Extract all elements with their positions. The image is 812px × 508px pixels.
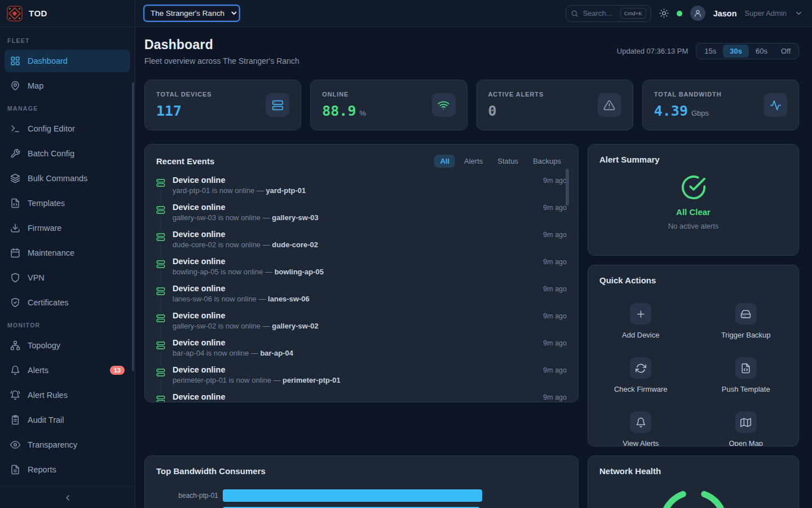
push-template-button[interactable]: Push Template (694, 357, 799, 393)
event-row[interactable]: Device online perimeter-ptp-01 is now on… (156, 365, 567, 392)
app-window: TOD FLEET Dashboard Map MANAGE Config Ed… (0, 0, 812, 508)
sidebar-item-label: Alerts (28, 366, 48, 375)
global-search[interactable]: Cmd+K (566, 5, 651, 22)
event-time: 9m ago (543, 204, 567, 212)
sidebar-item-transparency[interactable]: Transparency (5, 433, 130, 456)
sidebar-item-label: Maintenance (28, 248, 74, 257)
topbar-right: Cmd+K Jason Super Admin (566, 5, 803, 22)
event-title: Device online (173, 365, 536, 374)
bar-category-label: beach-ptp-01 (156, 492, 218, 500)
user-icon (694, 9, 702, 17)
sidebar-item-maintenance[interactable]: Maintenance (5, 242, 130, 264)
clipboard-icon (10, 415, 20, 425)
view-alerts-button[interactable]: View Alerts (588, 411, 694, 446)
sidebar-item-audit-trail[interactable]: Audit Trail (5, 409, 130, 431)
sidebar-item-alerts[interactable]: Alerts 13 (5, 359, 130, 382)
sidebar-item-label: Firmware (28, 224, 61, 233)
bell-icon (10, 365, 20, 375)
wrench-icon (10, 148, 20, 159)
event-row[interactable]: Device online dude-core-02 is now online… (156, 230, 567, 257)
server-icon (272, 99, 284, 111)
stat-label: ACTIVE ALERTS (488, 91, 544, 98)
sidebar-item-label: Topology (28, 341, 60, 350)
refresh-icon (636, 363, 646, 374)
events-scrollbar-thumb[interactable] (566, 169, 569, 205)
sidebar-item-topology[interactable]: Topology (5, 334, 130, 357)
filter-tab-backups[interactable]: Backups (527, 155, 567, 168)
page-subtitle: Fleet overview across The Stranger's Ran… (144, 56, 299, 65)
interval-30s-button[interactable]: 30s (723, 45, 749, 58)
sidebar-collapse-button[interactable] (0, 487, 135, 508)
chevron-down-icon (795, 9, 803, 17)
refresh-controls: Updated 07:36:13 PM 15s 30s 60s Off (617, 43, 799, 59)
user-menu-button[interactable] (795, 9, 803, 17)
event-row[interactable]: Device online gallery-sw-02 is now onlin… (156, 311, 567, 338)
event-title: Device online (173, 338, 536, 347)
interval-15s-button[interactable]: 15s (698, 45, 723, 58)
sidebar-item-label: Audit Trail (28, 415, 64, 424)
quick-actions-grid: Add Device Trigger Backup Check Firmware (588, 303, 798, 446)
quick-action-label: Trigger Backup (721, 331, 771, 339)
event-time: 9m ago (543, 285, 567, 293)
open-map-button[interactable]: Open Map (694, 411, 799, 446)
sidebar-item-config-editor[interactable]: Config Editor (5, 117, 130, 140)
sidebar-item-vpn[interactable]: VPN (5, 266, 130, 289)
event-row[interactable]: Device online bowling-ap-05 is now onlin… (156, 257, 567, 284)
stat-card-total-bandwidth: TOTAL BANDWIDTH 4.39 Gbps (642, 80, 799, 130)
check-firmware-button[interactable]: Check Firmware (588, 357, 694, 393)
stat-value: 117 (156, 103, 182, 119)
add-device-button[interactable]: Add Device (588, 303, 694, 339)
event-row[interactable]: Device online yard-ptp-01 is now online … (156, 176, 567, 203)
bandwidth-bar (223, 489, 482, 502)
stat-unit: Gbps (691, 109, 709, 117)
stat-unit: % (359, 109, 366, 117)
sidebar-item-firmware[interactable]: Firmware (5, 217, 130, 239)
layout-grid-icon (10, 56, 20, 66)
alert-subtext: No active alerts (668, 222, 719, 230)
search-icon (571, 10, 579, 17)
sidebar-item-label: Bulk Commands (28, 174, 87, 183)
event-device: gallery-sw-03 (272, 213, 318, 222)
event-row[interactable]: Device online gallery-sw-03 is now onlin… (156, 203, 567, 230)
sidebar-item-certificates[interactable]: Certificates (5, 291, 130, 314)
sidebar-item-templates[interactable]: Templates (5, 192, 130, 214)
bell-icon (636, 417, 646, 428)
site-selector[interactable]: The Stranger's Ranch (144, 6, 239, 21)
sidebar-item-bulk-commands[interactable]: Bulk Commands (5, 167, 130, 190)
sidebar-item-batch-config[interactable]: Batch Config (5, 142, 130, 165)
server-icon (156, 287, 165, 296)
event-filter-tabs: All Alerts Status Backups (434, 155, 567, 168)
event-row[interactable]: Device online 9m ago (156, 392, 567, 402)
filter-tab-status[interactable]: Status (492, 155, 524, 168)
filter-tab-alerts[interactable]: Alerts (458, 155, 488, 168)
interval-off-button[interactable]: Off (774, 45, 797, 58)
top-bandwidth-panel: Top Bandwidth Consumers beach-ptp-01 bar… (144, 456, 579, 508)
refresh-interval-group: 15s 30s 60s Off (696, 43, 799, 59)
stat-label: TOTAL DEVICES (156, 91, 212, 98)
event-device: lanes-sw-06 (268, 295, 310, 303)
bandwidth-bar-chart: beach-ptp-01 bar-ap-02 (145, 481, 578, 508)
avatar[interactable] (690, 6, 705, 21)
shield-icon (10, 273, 20, 283)
sidebar-item-label: Templates (28, 199, 65, 208)
wifi-icon (438, 99, 449, 111)
theme-toggle-button[interactable] (659, 8, 669, 18)
shield-check-icon (10, 297, 20, 308)
trigger-backup-button[interactable]: Trigger Backup (694, 303, 799, 339)
event-row[interactable]: Device online bar-ap-04 is now online — … (156, 338, 567, 365)
interval-60s-button[interactable]: 60s (749, 45, 774, 58)
sidebar-item-reports[interactable]: Reports (5, 458, 130, 481)
event-time: 9m ago (543, 177, 567, 185)
alert-status-text: All Clear (676, 207, 710, 217)
sidebar-item-map[interactable]: Map (5, 75, 130, 97)
sidebar-item-dashboard[interactable]: Dashboard (5, 50, 130, 72)
sidebar-scrollbar-thumb[interactable] (132, 82, 134, 371)
map-icon (740, 417, 751, 428)
event-detail: bar-ap-04 is now online (173, 349, 249, 357)
sidebar-item-alert-rules[interactable]: Alert Rules (5, 384, 130, 406)
filter-tab-all[interactable]: All (434, 155, 455, 168)
search-input[interactable] (583, 9, 616, 17)
event-row[interactable]: Device online lanes-sw-06 is now online … (156, 284, 567, 311)
quick-action-label: Push Template (722, 385, 770, 393)
quick-action-label: View Alerts (623, 439, 659, 446)
